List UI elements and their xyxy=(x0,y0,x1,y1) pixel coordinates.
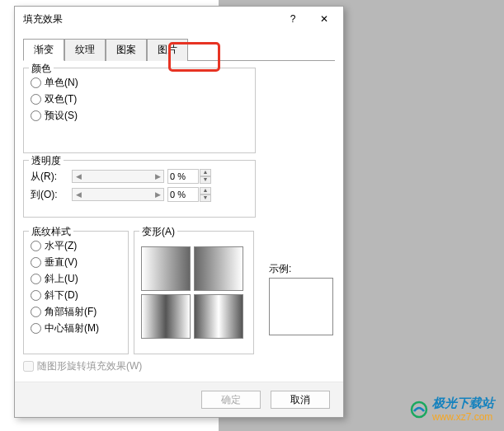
svg-point-0 xyxy=(412,402,426,417)
radio-label: 斜上(U) xyxy=(45,272,78,286)
spin-down-icon[interactable]: ▼ xyxy=(200,194,211,202)
variant-grid xyxy=(141,246,247,339)
radio-label: 水平(Z) xyxy=(45,239,77,253)
cancel-button[interactable]: 取消 xyxy=(271,391,330,409)
variant-legend: 变形(A) xyxy=(139,225,177,239)
radio-input[interactable] xyxy=(31,77,41,88)
radio-label: 单色(N) xyxy=(45,76,78,90)
spin-up-icon[interactable]: ▲ xyxy=(200,187,211,194)
radio-label: 垂直(V) xyxy=(45,255,78,269)
radio-input[interactable] xyxy=(31,323,41,334)
close-button[interactable]: ✕ xyxy=(309,7,340,30)
transparency-from-row: 从(R): ◀ ▶ ▲ ▼ xyxy=(31,169,248,184)
shading-style-fieldset: 底纹样式 水平(Z) 垂直(V) 斜上(U) 斜下(D) 角部辐射(F) 中心辐… xyxy=(23,231,129,354)
radio-input[interactable] xyxy=(31,110,41,121)
radio-input[interactable] xyxy=(31,274,41,284)
transparency-legend: 透明度 xyxy=(29,154,64,168)
tab-strip: 渐变 纹理 图案 图片 xyxy=(23,38,335,61)
radio-label: 双色(T) xyxy=(45,92,77,106)
fill-effect-dialog: 填充效果 ? ✕ 渐变 纹理 图案 图片 颜色 单色(N) 双色(T) 预设(S… xyxy=(14,6,344,418)
arrow-left-icon[interactable]: ◀ xyxy=(73,189,84,200)
to-spinner[interactable]: ▲ ▼ xyxy=(167,187,211,202)
radio-input[interactable] xyxy=(31,241,41,251)
variant-option-2[interactable] xyxy=(194,246,243,291)
sample-preview xyxy=(269,278,333,335)
watermark-name: 极光下载站 xyxy=(432,396,494,411)
spinner-buttons: ▲ ▼ xyxy=(200,169,211,184)
radio-label: 角部辐射(F) xyxy=(45,305,97,319)
radio-double-color[interactable]: 双色(T) xyxy=(31,92,248,106)
arrow-right-icon[interactable]: ▶ xyxy=(152,171,163,182)
color-fieldset: 颜色 单色(N) 双色(T) 预设(S) xyxy=(23,68,256,153)
variant-fieldset: 变形(A) xyxy=(134,231,254,354)
tab-label: 纹理 xyxy=(75,44,95,55)
radio-horizontal[interactable]: 水平(Z) xyxy=(31,239,121,253)
radio-label: 预设(S) xyxy=(45,109,78,123)
color-legend: 颜色 xyxy=(29,62,54,76)
radio-preset[interactable]: 预设(S) xyxy=(31,109,248,123)
sample-area: 示例: xyxy=(269,262,343,335)
to-slider[interactable]: ◀ ▶ xyxy=(72,188,164,201)
radio-from-center[interactable]: 中心辐射(M) xyxy=(31,321,121,335)
tab-label: 图片 xyxy=(158,44,177,55)
style-legend: 底纹样式 xyxy=(29,225,73,239)
dialog-title: 填充效果 xyxy=(23,12,277,26)
tab-pattern[interactable]: 图案 xyxy=(106,39,147,61)
radio-input[interactable] xyxy=(31,307,41,317)
close-icon: ✕ xyxy=(320,13,328,25)
from-value-input[interactable] xyxy=(167,169,199,184)
to-value-input[interactable] xyxy=(167,187,199,202)
tab-label: 图案 xyxy=(116,44,136,55)
watermark: 极光下载站 www.xz7.com xyxy=(409,396,494,423)
ok-button[interactable]: 确定 xyxy=(201,391,261,409)
spin-down-icon[interactable]: ▼ xyxy=(200,176,211,184)
tab-texture[interactable]: 纹理 xyxy=(64,39,106,61)
checkbox-label: 随图形旋转填充效果(W) xyxy=(37,359,142,373)
help-icon: ? xyxy=(290,13,296,25)
from-spinner[interactable]: ▲ ▼ xyxy=(167,169,211,184)
radio-from-corner[interactable]: 角部辐射(F) xyxy=(31,305,121,319)
arrow-right-icon[interactable]: ▶ xyxy=(152,189,163,200)
radio-label: 中心辐射(M) xyxy=(45,321,99,335)
radio-input[interactable] xyxy=(31,257,41,268)
tab-gradient[interactable]: 渐变 xyxy=(23,39,64,61)
variant-option-1[interactable] xyxy=(141,246,191,291)
from-label: 从(R): xyxy=(31,170,68,184)
transparency-to-row: 到(O): ◀ ▶ ▲ ▼ xyxy=(31,187,248,202)
radio-label: 斜下(D) xyxy=(45,288,78,302)
spin-up-icon[interactable]: ▲ xyxy=(200,169,211,176)
transparency-fieldset: 透明度 从(R): ◀ ▶ ▲ ▼ 到(O): ◀ xyxy=(23,160,256,218)
variant-option-3[interactable] xyxy=(141,294,191,339)
button-label: 确定 xyxy=(221,393,241,407)
variant-option-4[interactable] xyxy=(194,294,243,339)
watermark-text: 极光下载站 www.xz7.com xyxy=(432,396,494,423)
checkbox-input[interactable] xyxy=(23,361,34,372)
logo-icon xyxy=(409,400,429,419)
sample-label: 示例: xyxy=(269,262,343,276)
spinner-buttons: ▲ ▼ xyxy=(200,187,211,202)
radio-diagonal-up[interactable]: 斜上(U) xyxy=(31,272,121,286)
help-button[interactable]: ? xyxy=(277,7,309,30)
to-label: 到(O): xyxy=(31,188,68,202)
button-label: 取消 xyxy=(290,393,310,407)
radio-input[interactable] xyxy=(31,94,41,105)
radio-diagonal-down[interactable]: 斜下(D) xyxy=(31,288,121,302)
radio-vertical[interactable]: 垂直(V) xyxy=(31,255,121,269)
radio-input[interactable] xyxy=(31,290,41,301)
dialog-button-bar: 确定 取消 xyxy=(15,382,343,417)
rotate-with-shape-checkbox[interactable]: 随图形旋转填充效果(W) xyxy=(23,359,335,373)
watermark-url: www.xz7.com xyxy=(432,411,494,423)
tab-picture[interactable]: 图片 xyxy=(147,39,188,61)
radio-single-color[interactable]: 单色(N) xyxy=(31,76,248,90)
tab-label: 渐变 xyxy=(34,44,54,55)
from-slider[interactable]: ◀ ▶ xyxy=(72,170,164,183)
arrow-left-icon[interactable]: ◀ xyxy=(73,171,84,182)
titlebar: 填充效果 ? ✕ xyxy=(15,7,343,31)
